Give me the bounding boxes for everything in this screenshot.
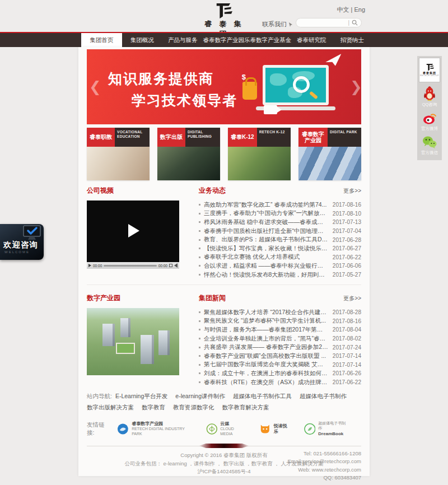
site-nav-links: E-Learning平台开发e-learning课件制作超媒体电子书制作工具超媒… xyxy=(87,393,354,411)
card-title-cn: 睿泰数字产业园 xyxy=(298,128,328,147)
site-nav-link[interactable]: 教育资源数字化 xyxy=(173,402,214,413)
nav-item[interactable]: 集团概况 xyxy=(122,33,163,47)
business-card[interactable]: 睿泰K-12 RETECH K-12 xyxy=(228,128,291,180)
side-logo-card[interactable]: 睿泰集团 RETECH GROUP xyxy=(419,58,440,82)
news-item[interactable]: 怦然心动！悦读悦乐发布8大新功能，好用到没朋友！ 2017-05-27 xyxy=(199,271,361,279)
news-item[interactable]: 教育、出版界的PS：超媒体电子书制作工具DreamBoo... 2017-06-… xyxy=(199,235,361,244)
language-switcher[interactable]: 中文 | Eng xyxy=(337,6,365,14)
language-label[interactable]: 中文 | Eng xyxy=(337,6,365,13)
nav-item[interactable]: 产品与服务 xyxy=(162,33,203,47)
news-item-title[interactable]: 刘成：成立十年，在澳洲上市的睿泰科技如何“排兵布... xyxy=(204,370,328,377)
search-input[interactable]: | xyxy=(296,18,362,27)
friend-sub: 超媒体电子书制作 xyxy=(318,421,346,430)
friend-link-yuedu-yuele[interactable]: 悦读悦乐 xyxy=(259,423,291,435)
business-card[interactable]: 数字出版 DIGITAL PUBLISHING xyxy=(157,128,220,180)
qq-consult-widget[interactable]: QQ咨询 xyxy=(422,86,437,108)
news-item-title[interactable]: 睿泰携手中国质检出版社打造全新“中国地理标志... xyxy=(204,227,328,235)
news-item-title[interactable]: 睿泰科技（RTE）在澳交所（ASX）成功挂牌上市 xyxy=(204,379,328,386)
bullet-icon xyxy=(199,239,200,241)
play-icon[interactable] xyxy=(128,224,139,237)
news-item-title[interactable]: 合以求进，精益求精 ——睿泰中标兴业银行总行多... xyxy=(204,262,328,270)
news-item[interactable]: 共襄盛举 共谋发展—— 睿泰数字产业园参加2017... 2017-07-24 xyxy=(199,343,361,352)
wechat-widget[interactable]: 官方微信 xyxy=(421,136,438,156)
friend-sub: RETECH DIGITAL INDUSTRY PARK xyxy=(132,427,185,436)
news-item-title[interactable]: 栉风沐雨务基础 稳中有进求突破——睿泰成功签... xyxy=(204,218,328,226)
news-item-title[interactable]: 高效助力军营“数字化政工” 睿泰成功签约第74... xyxy=(204,201,328,209)
news-item[interactable]: 睿泰数字产业园“联姻”全国高校数字出版联盟 ... 2017-07-14 xyxy=(199,352,361,361)
weibo-widget[interactable]: 官方微博 xyxy=(421,111,438,132)
business-card[interactable]: 睿泰数字产业园 DIGITAL PARK xyxy=(298,128,361,180)
bullet-icon xyxy=(199,355,200,357)
web-line[interactable]: Web: www.retechcorp.com xyxy=(287,466,361,474)
business-news-more-link[interactable]: 更多>> xyxy=(343,187,361,195)
news-item[interactable]: 睿泰科技（RTE）在澳交所（ASX）成功挂牌上市 2017-06-22 xyxy=(199,378,361,387)
site-navigation: 站内导航:E-Learning平台开发e-learning课件制作超媒体电子书制… xyxy=(87,391,361,413)
banner-next-arrow[interactable]: ❯ xyxy=(350,77,359,96)
card-labels: 睿泰数字产业园 DIGITAL PARK xyxy=(298,128,361,147)
news-item[interactable]: 刘成：成立十年，在澳洲上市的睿泰科技如何“排兵布... 2017-06-26 xyxy=(199,369,361,378)
nav-item[interactable]: 招贤纳士 xyxy=(332,33,373,47)
nav-item-label: 睿泰数字产业园 xyxy=(203,36,245,43)
friend-link-dreambook[interactable]: 超媒体电子书制作DreamBook xyxy=(304,421,348,437)
retech-park-logo-icon xyxy=(117,423,129,435)
news-item[interactable]: 企业培训业务单独赴澳上市的背后，“黑马”睿泰的... 2017-08-02 xyxy=(199,334,361,343)
news-item[interactable]: 与时俱进，服务为本——睿泰集团2017年第二次战略... 2017-08-04 xyxy=(199,325,361,334)
video-play-button[interactable] xyxy=(88,264,91,267)
bullet-icon xyxy=(199,338,200,339)
news-item[interactable]: 聚焦超媒体数字人才培养 “2017校企合作共建交... 2017-08-28 xyxy=(199,308,361,317)
site-nav-link[interactable]: E-Learning平台开发 xyxy=(115,391,167,402)
news-item-title[interactable]: 怦然心动！悦读悦乐发布8大新功能，好用到没朋友！ xyxy=(204,271,328,279)
news-item-date: 2017-07-14 xyxy=(333,353,361,359)
bullet-icon xyxy=(199,311,200,313)
welcome-consult-widget[interactable]: 欢迎咨询 WELCOME xyxy=(0,224,44,260)
news-item-title[interactable]: 企业培训业务单独赴澳上市的背后，“黑马”睿泰的... xyxy=(204,335,328,343)
business-card[interactable]: 睿泰职教 VOCATIONAL EDUCATION xyxy=(87,128,150,180)
news-item-title[interactable]: 聚焦民族文化 “追梦布睿杯”中国大学生计算机... xyxy=(204,317,328,325)
email-line[interactable]: Email:service@retechcorp.com xyxy=(287,458,361,465)
card-labels: 睿泰K-12 RETECH K-12 xyxy=(228,128,291,147)
video-screen[interactable] xyxy=(87,200,179,262)
news-item[interactable]: 【悦读悦乐】写作宝典，家长收藏！悦读悦乐与无锡江... 2017-06-27 xyxy=(199,244,361,253)
search-icon[interactable] xyxy=(352,20,358,26)
news-item-date: 2017-05-27 xyxy=(333,272,361,278)
site-nav-link[interactable]: 数字教育 xyxy=(142,402,165,413)
news-item-title[interactable]: 睿泰联手北京赛驰 优化人才培养模式 xyxy=(204,253,328,261)
fullscreen-icon[interactable] xyxy=(169,264,172,267)
news-item[interactable]: 栉风沐雨务基础 稳中有进求突破——睿泰成功签... 2017-07-13 xyxy=(199,218,361,227)
park-aerial-image[interactable] xyxy=(87,308,179,375)
friend-link-retech-park[interactable]: 睿泰数字产业园RETECH DIGITAL INDUSTRY PARK xyxy=(117,421,192,437)
news-item-date: 2017-06-22 xyxy=(333,379,361,385)
news-item-title[interactable]: 共襄盛举 共谋发展—— 睿泰数字产业园参加2017... xyxy=(204,343,328,351)
nav-item[interactable]: 集团首页 xyxy=(81,33,122,47)
news-item-title[interactable]: 教育、出版界的PS：超媒体电子书制作工具DreamBoo... xyxy=(204,236,328,244)
news-item-title[interactable]: 与时俱进，服务为本——睿泰集团2017年第二次战略... xyxy=(204,326,328,334)
video-progress-bar[interactable] xyxy=(104,265,156,267)
news-item-title[interactable]: 睿泰数字产业园“联姻”全国高校数字出版联盟 ... xyxy=(204,352,328,360)
news-item-title[interactable]: 【悦读悦乐】写作宝典，家长收藏！悦读悦乐与无锡江... xyxy=(204,245,328,253)
site-nav-link[interactable]: e-learning课件制作 xyxy=(175,391,225,402)
site-nav-link[interactable]: 数字出版解决方案 xyxy=(87,402,134,413)
contact-us-link[interactable]: 联系我们 xyxy=(262,20,293,29)
site-nav-link[interactable]: 超媒体电子书制作 xyxy=(300,391,347,402)
nav-item[interactable]: 乐泰数字产业基金 xyxy=(244,33,291,47)
news-item-title[interactable]: 聚焦超媒体数字人才培养 “2017校企合作共建交... xyxy=(204,309,328,316)
nav-item[interactable]: 睿泰数字产业园 xyxy=(203,33,245,47)
volume-icon[interactable] xyxy=(174,263,178,268)
banner-prev-arrow[interactable]: ❮ xyxy=(89,77,98,96)
nav-item[interactable]: 睿泰研究院 xyxy=(291,33,332,47)
news-item[interactable]: 睿泰联手北京赛驰 优化人才培养模式 2017-06-22 xyxy=(199,253,361,262)
news-item[interactable]: 睿泰携手中国质检出版社打造全新“中国地理标志... 2017-07-04 xyxy=(199,227,361,236)
news-item[interactable]: 聚焦民族文化 “追梦布睿杯”中国大学生计算机... 2017-08-16 xyxy=(199,317,361,326)
news-item-title[interactable]: 第七届中国数字出版博览会年度大奖揭晓 艾顺刚... xyxy=(204,361,328,369)
site-nav-link[interactable]: 超媒体电子书制作工具 xyxy=(233,391,292,402)
site-nav-link[interactable]: 数字教育解决方案 xyxy=(222,402,269,413)
group-news-more-link[interactable]: 更多>> xyxy=(343,295,361,302)
news-item[interactable]: 第七届中国数字出版博览会年度大奖揭晓 艾顺刚... 2017-07-14 xyxy=(199,361,361,370)
search-divider: | xyxy=(348,20,349,26)
news-item[interactable]: 合以求进，精益求精 ——睿泰中标兴业银行总行多... 2017-06-06 xyxy=(199,262,361,271)
friend-link-cloud-media[interactable]: 云媒CLOUD MEDIA xyxy=(206,421,246,437)
news-item-title[interactable]: 三度携手，睿泰助力“中国动力专家”一汽解放锡柴... xyxy=(204,209,328,217)
news-item[interactable]: 高效助力军营“数字化政工” 睿泰成功签约第74... 2017-08-16 xyxy=(199,200,361,209)
hero-banner[interactable]: 知识服务提供商 学习技术领导者 $ ❮ ❯ xyxy=(87,49,361,124)
news-item[interactable]: 三度携手，睿泰助力“中国动力专家”一汽解放锡柴... 2017-08-10 xyxy=(199,209,361,218)
